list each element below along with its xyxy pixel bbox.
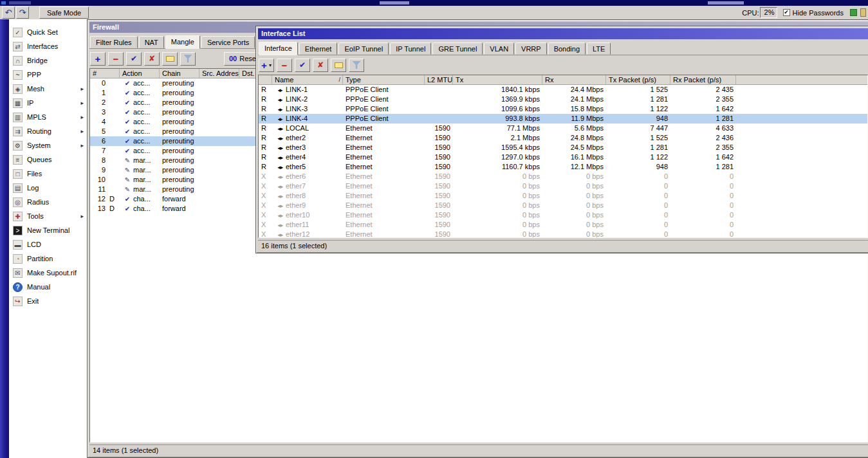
interface-tx-packet-cell: 1 122 [606,152,670,162]
rule-action-cell: mar... [120,185,160,194]
interface-rx-packet-cell: 2 436 [670,133,736,143]
sidebar-item-mesh[interactable]: Mesh▸ [9,82,87,96]
rule-dynamic-flag: D [109,205,115,212]
comment-button[interactable] [331,59,346,72]
interface-row[interactable]: Xether12Ethernet15900 bps0 bps00 [259,230,867,237]
sidebar-item-ip[interactable]: IP▸ [9,96,87,110]
sidebar-item-partition[interactable]: Partition [9,252,87,266]
interface-list-tab-vrrp[interactable]: VRRP [515,42,547,55]
interface-col-rx-packet-p-s[interactable]: Rx Packet (p/s) [670,75,736,84]
interface-col-tx-packet-p-s[interactable]: Tx Packet (p/s) [606,75,670,84]
interface-tx-cell: 0 bps [453,181,542,191]
interface-list-tab-ip-tunnel[interactable]: IP Tunnel [390,42,431,55]
interface-list-tab-vlan[interactable]: VLAN [484,42,514,55]
interface-table-rows: RLINK-1PPPoE Client1840.1 kbps24.4 Mbps1… [259,85,867,237]
sidebar-item-bridge[interactable]: Bridge [9,53,87,68]
firewall-tab-filter-rules[interactable]: Filter Rules [90,36,138,48]
interface-row[interactable]: Xether6Ethernet15900 bps0 bps00 [259,172,867,181]
interface-row[interactable]: RLINK-4PPPoE Client993.8 kbps11.9 Mbps94… [259,114,867,124]
interface-list-titlebar[interactable]: Interface List [258,28,868,39]
interface-col-rx[interactable]: Rx [542,75,606,84]
sidebar-item-routing[interactable]: Routing▸ [9,124,87,138]
cpu-value: 2% [760,7,777,18]
files-icon [13,169,23,179]
interface-row[interactable]: RLOCALEthernet159077.1 Mbps5.6 Mbps7 447… [259,124,867,133]
interface-row[interactable]: Xether8Ethernet15900 bps0 bps00 [259,191,867,201]
undo-button[interactable] [2,6,15,19]
interface-list-tab-bonding[interactable]: Bonding [548,42,586,55]
interface-name: ether3 [286,143,306,151]
disable-button[interactable] [313,59,328,72]
sidebar-item-quick-set[interactable]: Quick Set [9,25,87,39]
interface-row[interactable]: Rether4Ethernet15901297.0 kbps16.1 Mbps1… [259,152,867,162]
firewall-col-src-address[interactable]: Src. Address [199,69,239,78]
interface-col-type[interactable]: Type [343,75,425,84]
sidebar-item-label: Tools [27,212,44,220]
sidebar-item-exit[interactable]: Exit [9,294,87,308]
disable-button[interactable] [144,52,160,66]
firewall-col-c0[interactable]: # [90,69,120,78]
interface-list-tab-gre-tunnel[interactable]: GRE Tunnel [432,42,483,55]
interface-flag-cell: X [259,201,272,210]
interface-list-tab-eoip-tunnel[interactable]: EoIP Tunnel [338,42,389,55]
main-toolbar: Safe Mode CPU: 2% Hide Passwords [0,6,868,19]
interface-row[interactable]: RLINK-3PPPoE Client1099.6 kbps15.8 Mbps1… [259,104,867,114]
sidebar-item-manual[interactable]: Manual [9,280,87,294]
hide-passwords-toggle[interactable]: Hide Passwords [783,9,844,17]
sidebar-item-lcd[interactable]: LCD [9,237,87,252]
firewall-col-chain[interactable]: Chain [160,69,199,78]
sidebar-item-system[interactable]: System▸ [9,138,87,152]
interface-row[interactable]: RLINK-1PPPoE Client1840.1 kbps24.4 Mbps1… [259,85,867,95]
interface-row[interactable]: Xether7Ethernet15900 bps0 bps00 [259,181,867,191]
sidebar-item-radius[interactable]: Radius [9,195,87,209]
interface-type-cell: Ethernet [343,162,425,172]
interface-row[interactable]: Rether2Ethernet15902.1 Mbps24.8 Mbps1 52… [259,133,867,143]
interface-col-flag[interactable] [259,75,272,84]
dropdown-arrow-icon [269,62,272,68]
firewall-tab-nat[interactable]: NAT [139,36,164,48]
interface-row[interactable]: Xether11Ethernet15900 bps0 bps00 [259,220,867,230]
rule-src-address-cell [199,156,239,165]
interface-row[interactable]: Rether3Ethernet15901595.4 kbps24.5 Mbps1… [259,143,867,152]
sidebar-item-tools[interactable]: Tools▸ [9,209,87,223]
enable-button[interactable] [126,52,142,66]
filter-button[interactable] [349,59,364,72]
firewall-tab-mangle[interactable]: Mangle [165,35,200,49]
remove-button[interactable] [108,52,124,66]
sidebar-item-new-terminal[interactable]: New Terminal [9,223,87,237]
safe-mode-button[interactable]: Safe Mode [39,6,89,19]
firewall-col-action[interactable]: Action [120,69,160,78]
filter-icon [353,61,361,69]
interface-tx-cell: 77.1 Mbps [453,124,542,133]
interface-col-l2-mtu[interactable]: L2 MTU [425,75,453,84]
sidebar-item-mpls[interactable]: MPLS▸ [9,110,87,124]
add-button[interactable] [90,52,106,66]
interface-row[interactable]: Rether5Ethernet15901160.7 kbps12.1 Mbps9… [259,162,867,172]
redo-button[interactable] [16,6,29,19]
interface-col-name[interactable]: Name/ [272,75,343,84]
rule-action-cell: cha... [120,194,160,204]
ethernet-icon [275,221,285,230]
sidebar-item-interfaces[interactable]: Interfaces [9,39,87,53]
interface-list-tab-ethernet[interactable]: Ethernet [299,42,338,55]
sidebar-item-ppp[interactable]: PPP [9,68,87,82]
remove-button[interactable] [277,59,292,72]
interface-col-tx[interactable]: Tx [453,75,542,84]
comment-button[interactable] [162,52,178,66]
sidebar-item-make-supout-rif[interactable]: Make Supout.rif [9,266,87,280]
interface-list-tab-lte[interactable]: LTE [587,42,611,55]
interface-list-tab-interface[interactable]: Interface [259,42,298,55]
sidebar-item-files[interactable]: Files [9,167,87,181]
status-square-icon [850,9,857,16]
interface-row[interactable]: Xether9Ethernet15900 bps0 bps00 [259,201,867,210]
interface-row[interactable]: Xether10Ethernet15900 bps0 bps00 [259,210,867,220]
add-dropdown-button[interactable] [259,59,274,72]
remove-icon [113,54,119,64]
checkbox-icon[interactable] [783,9,790,16]
interface-row[interactable]: RLINK-2PPPoE Client1369.9 kbps24.1 Mbps1… [259,95,867,104]
enable-button[interactable] [295,59,310,72]
filter-button[interactable] [180,52,196,66]
firewall-tab-service-ports[interactable]: Service Ports [201,36,255,48]
sidebar-item-queues[interactable]: Queues [9,152,87,167]
sidebar-item-log[interactable]: Log [9,181,87,195]
